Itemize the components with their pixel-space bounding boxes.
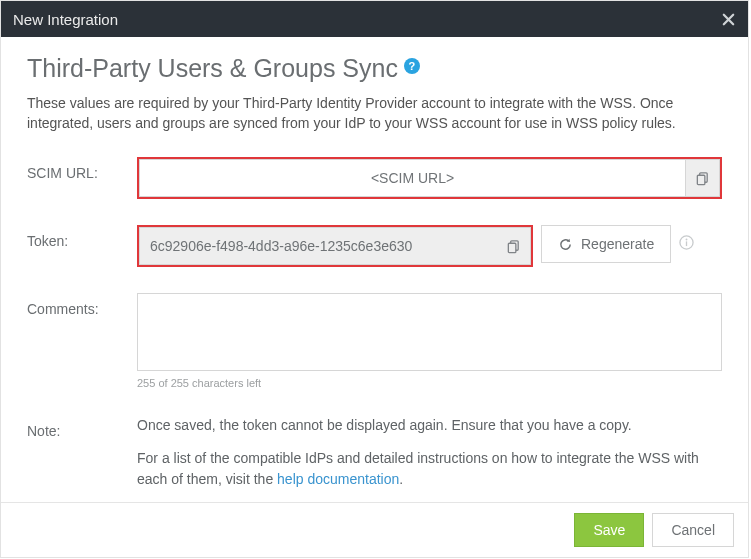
copy-scim-url-button[interactable] (685, 160, 719, 196)
svg-point-5 (686, 239, 688, 241)
token-label: Token: (27, 225, 137, 249)
scim-url-label: SCIM URL: (27, 157, 137, 181)
copy-icon (506, 239, 521, 254)
comments-char-counter: 255 of 255 characters left (137, 377, 722, 389)
info-icon[interactable] (679, 225, 694, 250)
row-note: Note: Once saved, the token cannot be di… (27, 415, 722, 502)
row-comments: Comments: 255 of 255 characters left (27, 293, 722, 389)
save-button[interactable]: Save (574, 513, 644, 547)
row-token: Token: Regene (27, 225, 722, 267)
note-line-2: For a list of the compatible IdPs and de… (137, 448, 722, 490)
note-line-2-post: . (399, 471, 403, 487)
refresh-icon (558, 237, 573, 252)
help-icon[interactable]: ? (404, 58, 420, 74)
note-label: Note: (27, 415, 137, 439)
page-heading: Third-Party Users & Groups Sync (27, 55, 398, 83)
dialog-title: New Integration (13, 11, 721, 28)
note-line-2-pre: For a list of the compatible IdPs and de… (137, 450, 699, 487)
close-icon[interactable] (721, 12, 736, 27)
copy-icon (695, 171, 710, 186)
comments-label: Comments: (27, 293, 137, 317)
note-line-1: Once saved, the token cannot be displaye… (137, 415, 722, 436)
regenerate-button[interactable]: Regenerate (541, 225, 671, 263)
regenerate-label: Regenerate (581, 236, 654, 252)
titlebar: New Integration (1, 1, 748, 37)
dialog-body: Third-Party Users & Groups Sync ? These … (1, 37, 748, 502)
comments-textarea[interactable] (137, 293, 722, 371)
token-field[interactable] (140, 228, 496, 264)
cancel-button[interactable]: Cancel (652, 513, 734, 547)
scim-url-field[interactable] (140, 160, 685, 196)
row-scim-url: SCIM URL: (27, 157, 722, 199)
new-integration-dialog: New Integration Third-Party Users & Grou… (0, 0, 749, 558)
svg-rect-1 (697, 175, 705, 184)
copy-token-button[interactable] (496, 228, 530, 264)
help-documentation-link[interactable]: help documentation (277, 471, 399, 487)
intro-text: These values are required by your Third-… (27, 93, 722, 134)
svg-rect-3 (508, 243, 516, 252)
dialog-footer: Save Cancel (1, 502, 748, 557)
svg-rect-6 (686, 241, 687, 246)
